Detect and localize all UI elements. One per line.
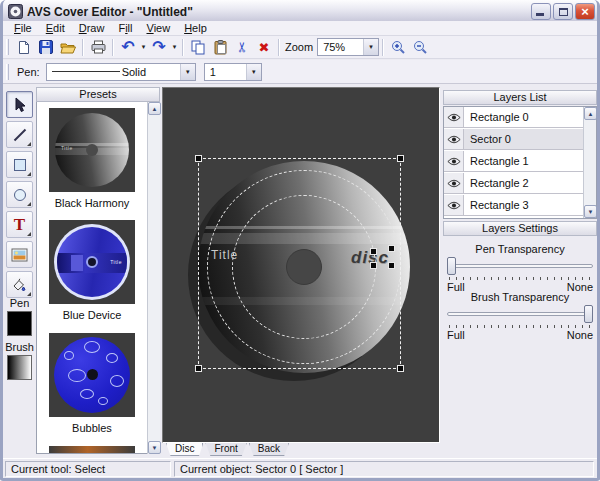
zoom-dropdown-icon[interactable]: ▾	[363, 39, 378, 55]
pen-style-combobox[interactable]: Solid ▾	[46, 63, 196, 81]
preset-mini-title: Title	[110, 259, 122, 265]
layer-row[interactable]: Rectangle 1	[444, 151, 583, 172]
slider-thumb[interactable]	[584, 305, 593, 323]
image-tool-button[interactable]	[6, 241, 33, 268]
pen-transparency-label: Pen Transparency	[443, 243, 597, 255]
zoom-value: 75%	[323, 41, 363, 53]
presets-scrollbar[interactable]: ▲ ▼	[147, 102, 160, 454]
layer-row[interactable]: Sector 0	[444, 129, 583, 150]
select-tool-button[interactable]	[6, 91, 33, 118]
text-tool-icon: T	[14, 216, 25, 233]
zoom-in-button[interactable]	[387, 37, 409, 57]
selection-handle-se[interactable]	[397, 365, 404, 372]
brush-color-swatch[interactable]	[7, 355, 32, 380]
sector-radius-handle[interactable]	[370, 262, 377, 269]
menu-draw[interactable]: Draw	[72, 21, 112, 35]
app-logo-icon	[8, 4, 23, 19]
sector-angle-handle[interactable]	[370, 248, 377, 255]
scroll-up-icon[interactable]: ▲	[148, 102, 161, 115]
close-button[interactable]: ×	[575, 3, 595, 20]
layer-name: Rectangle 1	[464, 151, 583, 171]
layer-row[interactable]: Rectangle 3	[444, 195, 583, 216]
sector-radius-handle[interactable]	[388, 262, 395, 269]
menu-fill[interactable]: Fill	[111, 21, 139, 35]
scroll-up-icon[interactable]: ▲	[584, 107, 597, 120]
scroll-down-icon[interactable]: ▼	[584, 205, 597, 218]
presets-list: Title Black Harmony Title	[36, 102, 160, 454]
undo-dropdown[interactable]: ▾	[139, 43, 148, 51]
cut-button[interactable]: ✂	[231, 37, 253, 57]
visibility-toggle[interactable]	[444, 151, 464, 171]
menu-edit[interactable]: Edit	[39, 21, 72, 35]
open-button[interactable]	[57, 37, 79, 57]
pen-width-combobox[interactable]: 1 ▾	[204, 63, 262, 81]
zoom-label: Zoom	[285, 41, 313, 53]
visibility-toggle[interactable]	[444, 173, 464, 193]
printer-icon	[91, 40, 106, 54]
presets-header: Presets	[36, 87, 160, 102]
save-icon	[39, 40, 53, 54]
sector-angle-handle[interactable]	[388, 245, 395, 252]
layer-row[interactable]: Rectangle 0	[444, 107, 583, 128]
rectangle-tool-button[interactable]	[6, 151, 33, 178]
preset-blue-device[interactable]: Title Blue Device	[37, 220, 147, 321]
preset-thumbnail: Title	[49, 108, 135, 192]
pen-toolbar: Pen: Solid ▾ 1 ▾	[3, 60, 597, 84]
design-canvas[interactable]: Title disc	[162, 87, 440, 443]
tool-options-indicator	[27, 142, 31, 146]
pen-style-dropdown-icon[interactable]: ▾	[180, 64, 195, 80]
selection-handle-ne[interactable]	[397, 155, 404, 162]
preset-partial[interactable]	[37, 446, 147, 453]
paste-button[interactable]	[209, 37, 231, 57]
redo-dropdown[interactable]: ▾	[170, 43, 179, 51]
line-tool-button[interactable]	[6, 121, 33, 148]
zoom-combobox[interactable]: 75% ▾	[317, 38, 379, 56]
ellipse-tool-button[interactable]	[6, 181, 33, 208]
selection-handle-sw[interactable]	[195, 365, 202, 372]
save-button[interactable]	[35, 37, 57, 57]
maximize-button[interactable]	[553, 3, 573, 20]
redo-button[interactable]: ↷	[148, 37, 170, 57]
tab-disc[interactable]: Disc	[166, 443, 203, 456]
toolbar-separator	[182, 39, 184, 56]
visibility-toggle[interactable]	[444, 195, 464, 215]
penbar-gripper[interactable]	[6, 64, 9, 80]
preset-bubbles[interactable]: Bubbles	[37, 333, 147, 434]
visibility-toggle[interactable]	[444, 129, 464, 149]
zoom-out-button[interactable]	[409, 37, 431, 57]
pen-color-swatch[interactable]	[7, 311, 32, 336]
undo-button[interactable]: ↶	[117, 37, 139, 57]
layers-panel: Layers List Rectangle 0 Sector 0	[443, 85, 597, 456]
preset-black-harmony[interactable]: Title Black Harmony	[37, 108, 147, 209]
slider-track[interactable]	[447, 264, 593, 268]
visibility-toggle[interactable]	[444, 107, 464, 127]
copy-button[interactable]	[187, 37, 209, 57]
slider-track[interactable]	[447, 312, 593, 316]
menu-file[interactable]: File	[7, 21, 39, 35]
tab-front[interactable]: Front	[205, 443, 246, 456]
menu-help[interactable]: Help	[177, 21, 214, 35]
brush-color-label: Brush	[3, 341, 36, 353]
slider-thumb[interactable]	[447, 257, 456, 275]
text-tool-button[interactable]: T	[6, 211, 33, 238]
tool-options-indicator	[27, 232, 31, 236]
minimize-button[interactable]	[531, 3, 551, 20]
scroll-down-icon[interactable]: ▼	[148, 441, 161, 454]
pen-transparency-slider[interactable]	[447, 257, 593, 275]
delete-button[interactable]: ✖	[253, 37, 275, 57]
selection-handle-nw[interactable]	[195, 155, 202, 162]
print-button[interactable]	[87, 37, 109, 57]
layer-name: Rectangle 0	[464, 107, 583, 127]
new-button[interactable]	[13, 37, 35, 57]
status-current-object: Current object: Sector 0 [ Sector ]	[174, 461, 594, 477]
eye-icon	[447, 201, 461, 210]
brush-transparency-slider[interactable]	[447, 305, 593, 323]
pen-width-dropdown-icon[interactable]: ▾	[246, 64, 261, 80]
ellipse-tool-icon	[12, 187, 28, 203]
layers-scrollbar[interactable]: ▲ ▼	[583, 107, 596, 218]
toolbar-gripper[interactable]	[6, 39, 9, 55]
layer-row[interactable]: Rectangle 2	[444, 173, 583, 194]
tab-back[interactable]: Back	[249, 443, 289, 456]
menu-view[interactable]: View	[139, 21, 177, 35]
fill-tool-button[interactable]	[6, 271, 33, 298]
